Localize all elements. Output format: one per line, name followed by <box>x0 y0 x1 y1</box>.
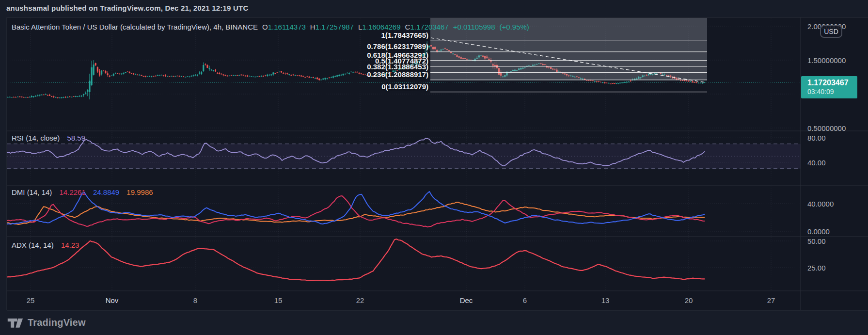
ohlc-open-value: 1.16114373 <box>268 23 306 31</box>
main-pane-legend[interactable]: Basic Attention Token / US Dollar (calcu… <box>12 23 529 31</box>
dmi-tick-label: 40.0000 <box>807 200 834 208</box>
tradingview-logo-icon <box>7 316 23 329</box>
time-tick-label: Nov <box>106 296 119 304</box>
dmi-minus-di-value: 14.2261 <box>60 188 86 196</box>
dmi-title: DMI (14, 14) <box>12 188 52 196</box>
tradingview-snapshot-page: { "attribution": "anushsamal published o… <box>0 0 868 335</box>
attribution-text: anushsamal published on TradingView.com,… <box>6 4 248 12</box>
dmi-pane-legend[interactable]: DMI (14, 14) 14.2261 24.8849 19.9986 <box>12 188 153 196</box>
price-tick-label: 0.50000000 <box>807 124 846 132</box>
rsi-pane-legend[interactable]: RSI (14, close) 58.59 <box>12 134 85 142</box>
dmi-adx-value: 19.9986 <box>126 188 153 196</box>
time-tick-label: 22 <box>356 296 364 304</box>
rsi-tick-label: 80.00 <box>807 134 826 142</box>
ohlc-close-value: 1.17203467 <box>410 23 448 31</box>
ohlc-change: +0.01105998 <box>453 23 495 31</box>
time-axis[interactable] <box>7 291 868 310</box>
adx-value: 14.23 <box>61 241 79 249</box>
ohlc-low-value: 1.16064269 <box>362 23 400 31</box>
tradingview-logo-link[interactable]: TradingView <box>7 315 86 330</box>
dmi-plus-di-value: 24.8849 <box>93 188 119 196</box>
ohlc-high-label: H <box>310 23 316 31</box>
rsi-title: RSI (14, close) <box>12 134 60 142</box>
price-tick-label: 1.50000000 <box>807 56 846 64</box>
time-tick-label: 20 <box>685 296 693 304</box>
tradingview-wordmark: TradingView <box>28 317 86 328</box>
last-price-value: 1.17203467 <box>807 78 857 88</box>
rsi-value: 58.59 <box>67 134 85 142</box>
ohlc-change-pct: (+0.95%) <box>500 23 529 31</box>
rsi-tick-label: 40.00 <box>807 159 826 167</box>
time-tick-label: 25 <box>27 296 35 304</box>
bar-countdown: 03:40:09 <box>807 88 857 96</box>
time-tick-label: 8 <box>193 296 197 304</box>
symbol-title: Basic Attention Token / US Dollar (calcu… <box>12 23 258 31</box>
time-tick-label: 15 <box>274 296 283 304</box>
adx-tick-label: 25.00 <box>807 264 826 272</box>
ohlc-open-label: O <box>262 23 268 31</box>
adx-pane-legend[interactable]: ADX (14, 14) 14.23 <box>12 241 79 249</box>
time-tick-label: 6 <box>523 296 527 304</box>
currency-toggle-button[interactable]: USD <box>820 25 842 38</box>
time-tick-label: Dec <box>460 296 473 304</box>
chart-canvas[interactable] <box>0 0 868 335</box>
time-tick-label: 13 <box>601 296 610 304</box>
last-price-label: 1.17203467 03:40:09 <box>801 76 857 98</box>
adx-title: ADX (14, 14) <box>12 241 54 249</box>
ohlc-high-value: 1.17257987 <box>316 23 354 31</box>
adx-tick-label: 50.00 <box>807 237 826 245</box>
dmi-tick-label: 0.0000 <box>807 227 830 236</box>
time-tick-label: 27 <box>767 296 775 304</box>
ohlc-close-label: C <box>405 23 410 31</box>
